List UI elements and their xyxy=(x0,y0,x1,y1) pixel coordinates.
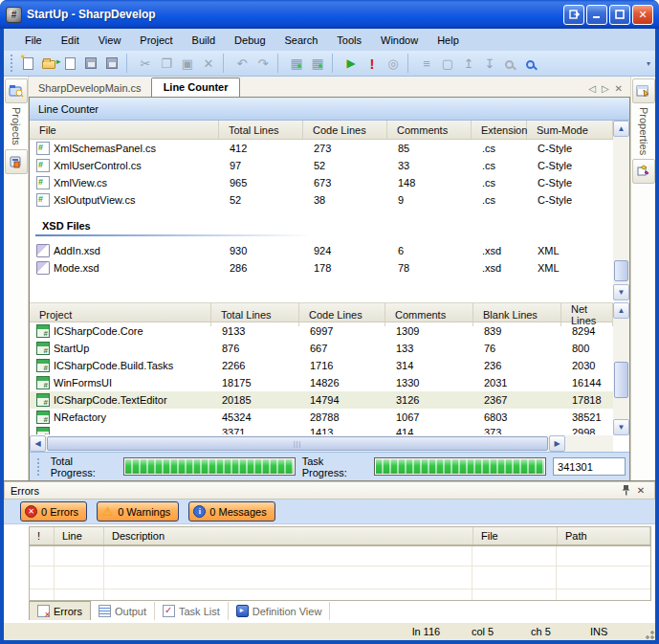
scroll-left-icon[interactable]: ◀ xyxy=(30,435,46,452)
column-header[interactable]: Line xyxy=(55,527,104,544)
properties-pad-button[interactable] xyxy=(632,78,655,103)
menu-item[interactable]: Help xyxy=(428,32,469,49)
copy-icon[interactable]: ❐ xyxy=(156,54,177,73)
save-all-icon[interactable] xyxy=(101,54,122,73)
search-icon[interactable] xyxy=(521,54,542,73)
menu-item[interactable]: Window xyxy=(371,32,428,49)
classes-pad-button[interactable] xyxy=(5,149,28,174)
scrollbar-thumb[interactable] xyxy=(614,362,628,398)
rebuild-solution-icon[interactable]: ▦ xyxy=(307,54,328,73)
file-row[interactable]: XslOutputView.cs 52 38 9 .cs C-Style xyxy=(30,191,613,209)
column-header[interactable]: Sum-Mode xyxy=(527,121,613,139)
tools-pad-button[interactable] xyxy=(632,159,655,184)
new-file-icon[interactable] xyxy=(17,54,38,73)
build-solution-icon[interactable]: ▦ xyxy=(286,54,307,73)
file-row[interactable]: XmlView.cs 965 673 148 .cs C-Style xyxy=(30,174,613,191)
warnings-filter-button[interactable]: ⚠ 0 Warnings xyxy=(97,501,179,522)
menu-item[interactable]: Search xyxy=(275,32,328,49)
menu-item[interactable]: Debug xyxy=(225,32,275,49)
run-icon[interactable]: ▶ xyxy=(340,54,362,73)
files-table-scrollbar[interactable]: ▲ ▼ xyxy=(613,121,629,300)
save-icon[interactable] xyxy=(80,54,101,73)
column-header[interactable]: Total Lines xyxy=(219,121,303,139)
open-file-icon[interactable] xyxy=(59,54,80,73)
progress-grip[interactable] xyxy=(36,458,41,476)
column-header[interactable]: Code Lines xyxy=(299,303,385,326)
minimize-button[interactable] xyxy=(586,5,607,25)
document-tab[interactable]: SharpDevelopMain.cs xyxy=(29,79,151,97)
errors-filter-button[interactable]: ✕ 0 Errors xyxy=(20,501,87,522)
column-header[interactable]: Comments xyxy=(387,121,472,139)
file-row[interactable]: AddIn.xsd 930 924 6 .xsd XML xyxy=(30,242,613,259)
format-icon[interactable]: ≡ xyxy=(416,54,437,73)
project-row[interactable]: StartUp 876 667 133 76 800 xyxy=(30,340,613,357)
menu-item[interactable]: Tools xyxy=(327,32,371,49)
profiler-icon[interactable]: ◎ xyxy=(383,54,404,73)
column-header[interactable]: ! xyxy=(30,527,55,544)
scroll-up-icon[interactable]: ▲ xyxy=(613,302,629,319)
projects-table-scrollbar[interactable]: ▲ ▼ xyxy=(613,302,629,435)
tab-close-icon[interactable]: ✕ xyxy=(615,83,623,94)
scroll-down-icon[interactable]: ▼ xyxy=(613,284,629,300)
tab-task-list[interactable]: Task List xyxy=(155,602,229,620)
file-row[interactable]: Mode.xsd 286 178 78 .xsd XML xyxy=(30,259,613,277)
project-row[interactable]: WinFormsUI 18175 14826 1330 2031 16144 xyxy=(30,374,613,391)
float-window-button[interactable] xyxy=(563,5,584,25)
menu-item[interactable]: Edit xyxy=(52,32,89,49)
column-header[interactable]: Blank Lines xyxy=(473,303,561,326)
project-row[interactable]: ICSharpCode.Build.Tasks 2266 1716 314 23… xyxy=(30,357,613,374)
messages-filter-button[interactable]: i 0 Messages xyxy=(188,501,275,522)
column-header[interactable]: Description xyxy=(104,527,473,544)
projects-pad-label[interactable]: Projects xyxy=(11,107,22,145)
column-header[interactable]: Path xyxy=(558,527,650,544)
delete-icon[interactable]: ✕ xyxy=(198,54,219,73)
redo-icon[interactable]: ↷ xyxy=(253,54,274,73)
menu-item[interactable]: View xyxy=(89,32,131,49)
tab-output[interactable]: Output xyxy=(91,602,155,620)
column-header[interactable]: Extension xyxy=(472,121,527,139)
column-header[interactable]: Net Lines xyxy=(561,303,613,326)
project-row[interactable]: NRefactory 45324 28788 1067 6803 38521 xyxy=(30,409,613,426)
column-header[interactable]: Project xyxy=(30,303,211,326)
abort-icon[interactable]: ! xyxy=(362,54,383,73)
tab-scroll-right-icon[interactable]: ▷ xyxy=(602,83,609,94)
find-in-files-icon[interactable] xyxy=(500,54,521,73)
comment-region-icon[interactable]: ▢ xyxy=(437,54,458,73)
column-header[interactable]: File xyxy=(473,527,558,544)
pin-icon[interactable] xyxy=(618,484,633,498)
file-row[interactable]: XmlUserControl.cs 97 52 33 .cs C-Style xyxy=(30,157,613,174)
scrollbar-thumb[interactable] xyxy=(614,260,628,281)
menu-item[interactable]: Project xyxy=(130,32,182,49)
column-header[interactable]: File xyxy=(30,121,219,139)
tab-definition-view[interactable]: Definition View xyxy=(229,602,331,620)
project-row[interactable]: ICSharpCode.Core 9133 6997 1309 839 8294 xyxy=(30,322,613,340)
undo-icon[interactable]: ↶ xyxy=(231,54,253,73)
errors-grid-body[interactable] xyxy=(30,546,650,600)
scroll-down-icon[interactable]: ▼ xyxy=(613,419,629,435)
close-button[interactable]: ✕ xyxy=(632,5,653,25)
toolbar-grip[interactable] xyxy=(10,55,14,72)
document-tab[interactable]: Line Counter xyxy=(151,78,241,97)
cut-icon[interactable]: ✂ xyxy=(135,54,156,73)
menu-item[interactable]: File xyxy=(15,32,52,49)
close-panel-icon[interactable]: ✕ xyxy=(633,485,648,496)
toolbar-overflow-icon[interactable]: ▾ xyxy=(644,59,653,68)
scroll-right-icon[interactable]: ▶ xyxy=(549,435,565,452)
tab-errors[interactable]: Errors xyxy=(29,601,91,620)
next-bookmark-icon[interactable]: ↧ xyxy=(479,54,500,73)
tab-scroll-left-icon[interactable]: ◁ xyxy=(588,83,596,94)
maximize-button[interactable] xyxy=(609,5,630,25)
resize-grip[interactable] xyxy=(642,627,655,640)
paste-icon[interactable]: ▣ xyxy=(177,54,198,73)
prev-bookmark-icon[interactable]: ↥ xyxy=(458,54,479,73)
file-row[interactable]: XmlSchemasPanel.cs 412 273 85 .cs C-Styl… xyxy=(30,140,613,157)
projects-table-hscrollbar[interactable]: ◀ ||| ▶ xyxy=(30,435,613,452)
scroll-up-icon[interactable]: ▲ xyxy=(613,121,629,137)
properties-pad-label[interactable]: Properties xyxy=(638,107,649,155)
column-header[interactable]: Total Lines xyxy=(211,303,299,326)
project-row[interactable]: ICSharpCode.TextEditor 20185 14794 3126 … xyxy=(30,391,613,409)
project-row[interactable]: 3371 1413 414 373 2998 xyxy=(30,426,613,434)
hscrollbar-thumb[interactable]: ||| xyxy=(47,436,548,451)
column-header[interactable]: Code Lines xyxy=(303,121,387,139)
menu-item[interactable]: Build xyxy=(183,32,225,49)
